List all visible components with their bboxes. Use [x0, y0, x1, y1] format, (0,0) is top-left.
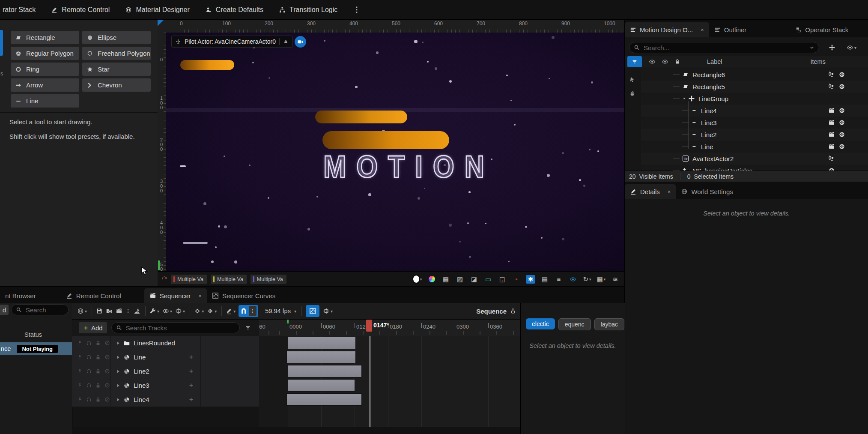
bottom-tab-remote-control[interactable]: Remote Control [61, 288, 126, 303]
add-section-icon[interactable] [188, 383, 194, 388]
timeline-section-bar-line[interactable] [286, 351, 355, 363]
render-button[interactable] [134, 308, 140, 314]
tool-button-ellipse[interactable]: Ellipse [82, 31, 151, 44]
tool-button-chevron[interactable]: Chevron [82, 78, 151, 92]
reel-item-icon[interactable] [838, 107, 845, 114]
reel-item-icon[interactable] [838, 131, 845, 138]
expand-track-icon[interactable] [116, 341, 121, 346]
playlist-searchbox[interactable] [11, 304, 69, 315]
save-button[interactable] [96, 308, 103, 314]
headphones-icon[interactable] [86, 368, 92, 374]
lock-icon[interactable] [95, 383, 101, 389]
sequencer-detail-tab-electic[interactable]: electic [526, 318, 555, 329]
image-icon[interactable]: ▨ [455, 275, 465, 284]
multiple-values-pill[interactable]: Multiple Va [251, 275, 286, 284]
snap-toggle-button[interactable] [239, 305, 258, 317]
grid-icon[interactable]: ▦▾ [597, 275, 606, 284]
playlist-search-input[interactable] [25, 306, 64, 314]
dots3-button[interactable] [125, 308, 131, 314]
close-tab-icon[interactable]: × [198, 293, 202, 299]
bottom-tab-sequencer-curves[interactable]: Sequencer Curves [207, 288, 280, 303]
timeline-section-bar-linesrounded[interactable] [288, 337, 356, 349]
snap-options-button[interactable] [249, 306, 257, 316]
pin-icon[interactable] [77, 397, 83, 402]
tool-button-freehand-polygon[interactable]: Freehand Polygon [82, 47, 151, 60]
anim-item-icon[interactable] [828, 155, 835, 162]
pin-icon[interactable] [77, 340, 83, 346]
anim-item-icon[interactable] [828, 83, 835, 90]
eye-button[interactable]: ▾ [162, 308, 172, 314]
add-section-icon[interactable] [188, 368, 194, 374]
outliner-row-avatextactor2[interactable]: TtAvaTextActor2 [641, 153, 868, 165]
top-toolbar-item-transition-logic[interactable]: Transition Logic [279, 6, 337, 14]
grade-icon[interactable]: ▦ [441, 275, 450, 284]
outliner-row-ns_hangingparticles[interactable]: NS_hangingParticles [641, 165, 868, 171]
headphones-icon[interactable] [86, 397, 92, 402]
histogram-icon[interactable]: ◪ [469, 275, 479, 284]
sequence-breadcrumb[interactable]: Sequence [476, 308, 507, 315]
status-column-header[interactable]: Status [24, 331, 42, 338]
track-row-line4[interactable]: Line4 [72, 392, 259, 407]
top-toolbar-item-remote-control[interactable]: Remote Control [51, 6, 110, 14]
reel-item-icon[interactable] [838, 119, 845, 126]
colorwheel-icon[interactable] [427, 275, 436, 284]
left-edge-active-tab[interactable] [0, 30, 3, 56]
gearplay-button[interactable]: ▾ [175, 308, 185, 314]
expand-caret-icon[interactable] [682, 96, 686, 101]
add-section-icon[interactable] [188, 354, 194, 360]
pin-icon[interactable] [77, 383, 83, 388]
pin-icon[interactable] [77, 354, 83, 360]
details-tab-details[interactable]: Details× [625, 184, 676, 199]
clapper-item-icon[interactable] [828, 131, 835, 138]
tool-button-regular-polygon[interactable]: Regular Polygon [11, 47, 79, 60]
reel-item-icon[interactable] [838, 143, 845, 150]
bottom-tab-nt-browser[interactable]: nt Browser [0, 288, 41, 303]
timeline-area[interactable] [259, 336, 520, 434]
expand-track-icon[interactable] [116, 355, 121, 360]
track-row-line[interactable]: Line [72, 350, 259, 365]
unlock-icon[interactable] [510, 308, 516, 314]
outliner-row-rectangle5[interactable]: Rectangle5 [641, 81, 868, 93]
headphones-icon[interactable] [86, 383, 92, 388]
track-row-line3[interactable]: Line3 [72, 378, 259, 393]
tool-button-arrow[interactable]: Arrow [11, 78, 79, 92]
sequencer-detail-tab-equenc[interactable]: equenc [558, 318, 591, 330]
outliner-row-line3[interactable]: Line3 [641, 117, 868, 129]
scene-canvas[interactable]: MOTION Pilot Actor: AvaCineCameraActor0 [166, 33, 624, 271]
lock-icon[interactable] [95, 354, 101, 360]
slash-icon[interactable] [104, 340, 110, 346]
track-searchbox[interactable] [111, 322, 240, 333]
top-toolbar-item-create-defaults[interactable]: Create Defaults [205, 6, 263, 14]
tool-button-star[interactable]: Star [82, 63, 151, 76]
tool-button-ring[interactable]: Ring [11, 63, 79, 76]
top-toolbar-item-material-designer[interactable]: Material Designer [125, 6, 189, 14]
gamepad-icon[interactable]: ▭ [483, 275, 493, 284]
filter-icon[interactable]: ≡ [554, 275, 564, 284]
curve-editor-button[interactable] [306, 305, 319, 317]
refresh-icon[interactable] [161, 276, 167, 282]
timeline-section-bar-line2[interactable] [288, 365, 362, 377]
mask-icon[interactable]: ▾ [413, 275, 422, 284]
eye-icon[interactable] [568, 275, 578, 284]
track-filter-icon[interactable] [245, 325, 251, 331]
snap-icon[interactable]: ✱ [526, 275, 535, 284]
headphones-icon[interactable] [86, 354, 92, 360]
reel-item-icon[interactable] [838, 83, 845, 90]
clapper-item-icon[interactable] [828, 107, 835, 114]
slash-icon[interactable] [104, 383, 110, 388]
viewport[interactable]: 01002003004005006007008009001000 01 0 02… [158, 20, 624, 286]
wrench-button[interactable]: ▾ [149, 308, 159, 314]
slash-icon[interactable] [104, 368, 110, 374]
track-row-line2[interactable]: Line2 [72, 364, 259, 379]
timeline-ruler[interactable]: 060000000600120018002400300036000147* [259, 320, 520, 336]
diamond-button[interactable]: ▾ [194, 308, 204, 314]
add-section-icon[interactable] [188, 397, 194, 402]
outliner-row-line2[interactable]: Line2 [641, 129, 868, 141]
slash-icon[interactable] [104, 354, 110, 360]
playhead-line[interactable] [370, 336, 370, 434]
lock-icon[interactable] [95, 368, 101, 374]
tool-button-rectangle[interactable]: Rectangle [11, 31, 79, 44]
details-tab-world-settings[interactable]: World Settings [676, 184, 738, 199]
pixel-icon[interactable]: ▪ [512, 275, 521, 284]
multiple-values-pill[interactable]: Multiple Va [211, 275, 247, 284]
